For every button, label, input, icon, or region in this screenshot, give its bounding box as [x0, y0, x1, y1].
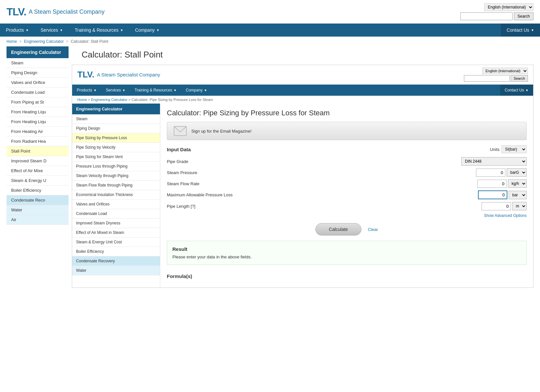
- show-advanced-options[interactable]: Show Advanced Options: [484, 213, 527, 218]
- email-signup-text: Sign up for the Email Magazine!: [191, 129, 251, 134]
- sidebar-item-from-heating-liq2[interactable]: From Heating Liqu: [7, 117, 69, 127]
- result-text: Please enter your data in the above fiel…: [172, 254, 521, 259]
- outer-search-input[interactable]: [460, 12, 513, 20]
- pipe-length-unit-select[interactable]: m ft: [512, 202, 527, 210]
- inner-training-arrow-icon: ▼: [173, 89, 177, 92]
- sidebar-item-condensate-load[interactable]: Condensate Load: [7, 88, 69, 97]
- input-data-section: Input Data Units SI(bar) SI(kPa) Imperia…: [167, 145, 527, 218]
- outer-nav-services[interactable]: Services ▼: [35, 24, 69, 37]
- sidebar-item-condensate-reco[interactable]: Condensate Reco: [7, 195, 69, 205]
- steam-flow-rate-input[interactable]: [477, 180, 507, 188]
- sidebar-item-improved-steam[interactable]: Improved Steam D: [7, 156, 69, 166]
- inner-nav-contact[interactable]: Contact Us ▼: [500, 85, 533, 96]
- inner-sidebar-steam-energy[interactable]: Steam & Energy Unit Cost: [72, 237, 160, 247]
- outer-main-layout: Engineering Calculator Steam Piping Desi…: [0, 46, 540, 294]
- inner-contact-arrow-icon: ▼: [525, 89, 529, 92]
- outer-nav-company[interactable]: Company ▼: [129, 24, 166, 37]
- pipe-length-input[interactable]: [482, 202, 511, 210]
- inner-lang-select[interactable]: English (International) Japanese: [482, 68, 528, 74]
- max-pressure-loss-unit-select[interactable]: bar kPa psi: [509, 191, 527, 199]
- company-arrow-icon: ▼: [156, 28, 160, 32]
- breadcrumb-home[interactable]: Home: [7, 39, 17, 44]
- max-pressure-loss-row: Maximum Allowable Pressure Loss bar kPa …: [167, 190, 527, 199]
- inner-sidebar-effect-air[interactable]: Effect of Air Mixed in Steam: [72, 228, 160, 237]
- outer-nav-products[interactable]: Products ▼: [0, 24, 35, 37]
- outer-logo-tagline: A Steam Specialist Company: [29, 8, 104, 15]
- sidebar-item-valves[interactable]: Valves and Orifice: [7, 78, 69, 88]
- calculate-row: Calculate Clear: [167, 223, 527, 236]
- bottom-section-title: Formula(s): [167, 273, 527, 279]
- inner-sidebar-pipe-sizing[interactable]: Pipe Sizing by Pressure Loss: [72, 133, 160, 143]
- result-section: Result Please enter your data in the abo…: [167, 241, 527, 265]
- steam-pressure-input[interactable]: [476, 169, 505, 177]
- sidebar-item-water[interactable]: Water: [7, 205, 69, 215]
- inner-nav-company[interactable]: Company ▼: [181, 85, 212, 96]
- input-data-label: Input Data: [167, 147, 191, 152]
- sidebar-item-piping-design[interactable]: Piping Design: [7, 68, 69, 78]
- inner-top-header: TLV. A Steam Specialist Company English …: [72, 65, 533, 85]
- steam-flow-rate-unit-select[interactable]: kg/h t/h lb/h: [508, 179, 527, 188]
- inner-sidebar: Engineering Calculator Steam Piping Desi…: [72, 104, 160, 287]
- outer-search-button[interactable]: Search: [514, 12, 533, 20]
- inner-nav-products[interactable]: Products ▼: [72, 85, 101, 96]
- inner-sidebar-insulation[interactable]: Economical Insulation Thickness: [72, 190, 160, 200]
- inner-search-input[interactable]: [464, 75, 510, 82]
- sidebar-item-from-heating-liq1[interactable]: From Heating Liqu: [7, 107, 69, 117]
- sidebar-item-steam[interactable]: Steam: [7, 58, 69, 68]
- steam-pressure-unit-select[interactable]: barG barA kPa: [507, 168, 527, 177]
- pipe-grade-select[interactable]: DIN 2448 Schedule 40 Schedule 80: [461, 157, 527, 166]
- inner-sidebar-condensate-recovery[interactable]: Condensate Recovery: [72, 256, 160, 266]
- result-title: Result: [172, 246, 521, 252]
- sidebar-item-from-radiant[interactable]: From Radiant Hea: [7, 137, 69, 146]
- sidebar-item-steam-energy[interactable]: Steam & Energy U: [7, 176, 69, 186]
- inner-sidebar-condensate-load[interactable]: Condensate Load: [72, 209, 160, 219]
- bottom-section-partial: Formula(s): [167, 270, 527, 282]
- steam-pressure-label: Steam Pressure: [167, 170, 476, 175]
- inner-sidebar-valves-orifices[interactable]: Valves and Orifices: [72, 200, 160, 209]
- max-pressure-loss-input-group: bar kPa psi: [478, 190, 527, 199]
- sidebar-item-from-heating-air[interactable]: From Heating Air: [7, 127, 69, 137]
- breadcrumb-calculator[interactable]: Engineering Calculator: [24, 39, 64, 44]
- sidebar-item-effect-air[interactable]: Effect of Air Mixe: [7, 166, 69, 176]
- outer-page-title: Calculator: Stall Point: [82, 50, 533, 60]
- outer-nav-contact[interactable]: Contact Us ▼: [501, 24, 540, 37]
- inner-breadcrumb: Home > Engineering Calculator > Calculat…: [72, 96, 533, 104]
- inner-sidebar-boiler[interactable]: Boiler Efficiency: [72, 247, 160, 256]
- inner-sidebar-pipe-velocity[interactable]: Pipe Sizing by Velocity: [72, 143, 160, 152]
- outer-search-row: Search: [460, 12, 533, 20]
- outer-page-content: Calculator: Stall Point TLV. A Steam Spe…: [72, 46, 533, 288]
- training-arrow-icon: ▼: [120, 28, 123, 32]
- inner-search-button[interactable]: Search: [511, 75, 528, 82]
- inner-breadcrumb-calculator[interactable]: Engineering Calculator: [91, 98, 127, 102]
- inner-sidebar-steam[interactable]: Steam: [72, 114, 160, 124]
- inner-nav-training[interactable]: Training & Resources ▼: [130, 85, 181, 96]
- steam-flow-rate-input-group: kg/h t/h lb/h: [477, 179, 527, 188]
- outer-nav-bar: Products ▼ Services ▼ Training & Resourc…: [0, 24, 540, 37]
- inner-sidebar-steam-velocity[interactable]: Steam Velocity through Piping: [72, 171, 160, 181]
- units-row: Units SI(bar) SI(kPa) Imperial: [490, 145, 527, 153]
- sidebar-item-stall-point[interactable]: Stall Point: [7, 146, 69, 156]
- sidebar-item-from-piping[interactable]: From Piping at St: [7, 97, 69, 107]
- inner-sidebar-steam-flow-rate[interactable]: Steam Flow Rate through Piping: [72, 181, 160, 190]
- outer-lang-select[interactable]: English (International) Japanese German: [484, 3, 533, 11]
- inner-sidebar-improved-steam[interactable]: Improved Steam Dryness: [72, 219, 160, 228]
- email-signup-banner[interactable]: Sign up for the Email Magazine!: [167, 122, 527, 140]
- calculate-button[interactable]: Calculate: [315, 223, 361, 236]
- inner-nav-services[interactable]: Services ▼: [101, 85, 130, 96]
- inner-search-row: Search: [464, 75, 528, 82]
- outer-nav-training[interactable]: Training & Resources ▼: [69, 24, 129, 37]
- inner-sidebar-water[interactable]: Water: [72, 266, 160, 275]
- outer-top-header: TLV. A Steam Specialist Company English …: [0, 0, 540, 24]
- inner-page-title: Calculator: Pipe Sizing by Pressure Loss…: [167, 109, 527, 117]
- sidebar-item-air[interactable]: Air: [7, 215, 69, 225]
- max-pressure-loss-input[interactable]: [478, 190, 507, 199]
- outer-header-search: English (International) Japanese German …: [460, 3, 533, 20]
- sidebar-item-boiler[interactable]: Boiler Efficiency: [7, 186, 69, 195]
- clear-link[interactable]: Clear: [368, 227, 378, 232]
- inner-sidebar-pressure-loss[interactable]: Pressure Loss through Piping: [72, 162, 160, 171]
- inner-sidebar-piping-design[interactable]: Piping Design: [72, 124, 160, 133]
- inner-logo: TLV. A Steam Specialist Company: [77, 70, 160, 80]
- inner-sidebar-pipe-vent[interactable]: Pipe Sizing for Steam Vent: [72, 152, 160, 162]
- units-select[interactable]: SI(bar) SI(kPa) Imperial: [501, 145, 527, 153]
- inner-breadcrumb-home[interactable]: Home: [77, 98, 87, 102]
